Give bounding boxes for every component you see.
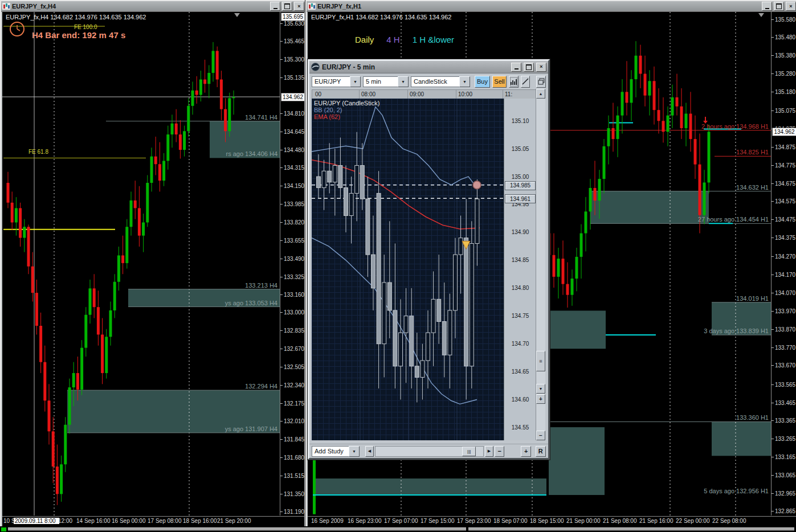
candle-body (84, 315, 87, 348)
candle-body (662, 121, 665, 132)
candle-body (566, 284, 569, 295)
price-tick: 132.340 (280, 382, 304, 388)
h4-chart-plot[interactable]: 134.741 H4rs ago 134.406 H4133.213 H4ys … (2, 12, 280, 515)
chart-type-select[interactable]: CandleStick ▼ (411, 76, 470, 87)
candle-body (175, 124, 178, 134)
zone (549, 310, 606, 349)
interval-select-value: 5 min (363, 76, 398, 87)
symbol-select[interactable]: EUR/JPY ▼ (312, 76, 361, 87)
chevron-down-icon[interactable]: ▼ (349, 446, 360, 457)
sell-button[interactable]: Sell (492, 76, 507, 88)
candle-body (575, 257, 578, 279)
time-tick-label: 21 Sep 16:00 (639, 518, 673, 524)
h1-time-axis[interactable]: 16 Sep 200916 Sep 23:0017 Sep 07:0017 Se… (308, 516, 796, 526)
scroll-down-icon[interactable]: ▼ (536, 384, 545, 394)
h4-price-scale[interactable]: 135.630135.465135.300135.135134.810134.6… (280, 12, 304, 515)
time-tick-label: 10 S (3, 518, 15, 524)
candle-body (187, 106, 190, 131)
cascade-windows-icon[interactable] (536, 76, 546, 88)
time-header-label: 09:00 (410, 91, 424, 97)
candle-body (19, 208, 22, 238)
candle-body (117, 255, 120, 281)
price-tick: 133.165 (771, 454, 796, 461)
chevron-down-icon[interactable]: ▼ (398, 76, 409, 87)
scroll-right-icon[interactable]: ▶ (485, 446, 493, 457)
candle-body (349, 193, 353, 215)
5min-vertical-scrollbar[interactable]: ▲ ≡ ▼ + − (536, 89, 545, 440)
candle-body (382, 283, 386, 344)
scroll-up-icon[interactable]: ▲ (536, 89, 545, 99)
close-button[interactable]: × (536, 63, 546, 72)
candle-body (377, 193, 381, 343)
time-header-label: 00 (315, 91, 321, 97)
time-tick-label: 17 Sep 15:00 (421, 518, 455, 524)
horizontal-scrollbar[interactable]: ||| (375, 446, 483, 457)
draw-line-icon[interactable] (521, 76, 530, 88)
price-tick: 134.645 (280, 128, 304, 135)
h4-time-axis[interactable]: 2009.09.11 8:0010 S12:0014 Sep 16:0016 S… (2, 516, 304, 526)
candle-body (130, 200, 133, 227)
current-price-box: 134.962 (281, 93, 304, 101)
taskbar-segment[interactable] (468, 527, 794, 531)
candle-body (7, 183, 10, 203)
h1-price-scale[interactable]: 135.580135.480135.380135.280135.180135.0… (771, 12, 796, 515)
volume-bars-icon[interactable] (509, 76, 519, 88)
5min-chart-plot[interactable]: EUR/JPY (CandleStick) BB (20, 2) EMA (62… (312, 99, 504, 440)
hscrollbar-thumb[interactable]: ||| (462, 447, 476, 456)
candle-body (685, 114, 688, 128)
candle-body (31, 267, 34, 293)
candle-body (344, 188, 348, 216)
candle-body (97, 307, 100, 334)
status-square (1, 527, 6, 531)
price-mark-box[interactable]: 134.985 (505, 181, 536, 190)
clock-icon (10, 22, 24, 36)
candle-body (142, 223, 145, 236)
price-tick: 134.70 (504, 341, 536, 347)
candle-body (708, 132, 711, 182)
chevron-down-icon[interactable]: ▼ (459, 76, 470, 87)
maximize-button[interactable] (774, 2, 784, 11)
price-mark-box[interactable]: 134.961 (505, 194, 536, 203)
add-study-select[interactable]: Add Study ▼ (312, 446, 360, 457)
window-title: EURJPY_fx,H4 (12, 3, 268, 10)
maximize-button[interactable] (524, 63, 534, 72)
scroll-left-icon[interactable]: ◀ (365, 446, 374, 457)
price-tick: 135.580 (771, 16, 796, 23)
close-button[interactable]: × (786, 2, 796, 11)
buy-button[interactable]: Buy (475, 76, 490, 88)
reset-button[interactable]: R (536, 446, 546, 457)
zone (313, 478, 546, 495)
zoom-out-button[interactable]: − (536, 431, 545, 440)
time-tick-label: 22 Sep 00:00 (676, 518, 710, 524)
h4-titlebar[interactable]: EURJPY_fx,H4 × (1, 1, 305, 12)
maximize-button[interactable] (282, 2, 292, 11)
chevron-down-icon[interactable]: ▼ (350, 76, 361, 87)
zoom-out-button[interactable]: − (495, 446, 504, 457)
time-tick-label: 16 Sep 2009 (311, 518, 344, 524)
scrollbar-thumb[interactable]: ≡ (536, 351, 545, 371)
price-tick: 135.00 (504, 173, 536, 180)
price-tick: 132.865 (771, 508, 796, 515)
candle-body (626, 92, 628, 103)
candle-body (676, 97, 679, 107)
close-button[interactable]: × (294, 2, 304, 11)
minimize-button[interactable] (270, 2, 280, 11)
interval-select[interactable]: 5 min ▼ (363, 76, 409, 87)
zone (590, 191, 709, 224)
candle-body (105, 337, 108, 373)
h1-titlebar[interactable]: EURJPY_fx,H1 × (307, 1, 796, 12)
signal-triangle-marker (462, 241, 470, 249)
minimize-button[interactable] (762, 2, 772, 11)
candle-body (454, 255, 458, 310)
zoom-in-button[interactable]: + (521, 446, 530, 457)
zoom-in-button[interactable]: + (536, 394, 545, 404)
alert-price-box: 135.695 (281, 13, 304, 21)
level-label: 134.632 H1 (736, 184, 769, 191)
5min-price-scale[interactable]: 135.10135.05135.00134.95134.90134.85134.… (504, 99, 536, 440)
candle-body (580, 234, 583, 257)
candle-body (220, 80, 223, 109)
taskbar-segment[interactable] (8, 527, 466, 531)
5min-titlebar[interactable]: EUR/JPY - 5 min × (309, 61, 548, 73)
minimize-button[interactable] (511, 63, 521, 72)
candle-body (585, 211, 587, 233)
